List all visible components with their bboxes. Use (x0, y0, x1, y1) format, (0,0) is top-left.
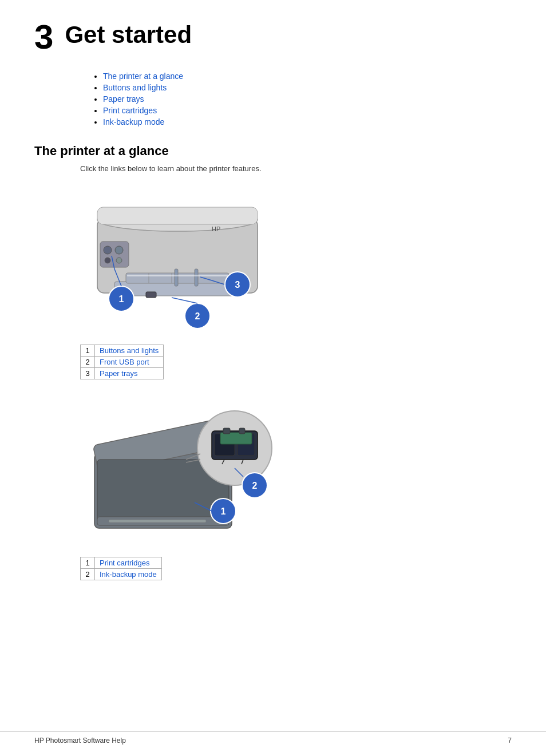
legend-bottom-link-2[interactable]: Ink-backup mode (100, 570, 157, 579)
toc-link-4[interactable]: Print cartridges (103, 106, 157, 115)
svg-rect-41 (239, 428, 245, 434)
toc-item-2: Buttons and lights (103, 83, 512, 92)
printer-top-svg: HP 1 2 3 (80, 184, 275, 339)
printer-bottom-svg: 1 2 (80, 397, 275, 551)
svg-text:3: 3 (235, 280, 240, 290)
chapter-header: 3 Get started (34, 17, 512, 54)
section-glance: The printer at a glance Click the links … (34, 144, 512, 580)
toc-link-1[interactable]: The printer at a glance (103, 72, 183, 81)
toc-item-5: Ink-backup mode (103, 117, 512, 126)
legend-bottom-label-1: Print cartridges (95, 557, 162, 569)
svg-text:1: 1 (119, 294, 124, 304)
diagram-top: HP 1 2 3 (80, 184, 512, 379)
section-glance-heading: The printer at a glance (34, 144, 512, 160)
toc-item-3: Paper trays (103, 94, 512, 104)
svg-point-8 (104, 246, 112, 254)
svg-rect-40 (223, 428, 230, 434)
footer-right: 7 (508, 737, 512, 745)
legend-bottom-label-2: Ink-backup mode (95, 569, 162, 580)
legend-table-bottom: 1 Print cartridges 2 Ink-backup mode (80, 557, 162, 580)
legend-link-2[interactable]: Front USB port (100, 358, 149, 366)
svg-text:HP: HP (212, 225, 220, 232)
svg-point-10 (105, 258, 110, 263)
chapter-title: Get started (65, 22, 192, 48)
page-container: 3 Get started The printer at a glance Bu… (0, 0, 546, 632)
svg-rect-14 (195, 269, 198, 286)
printer-top-image: HP 1 2 3 (80, 184, 275, 339)
svg-rect-13 (175, 269, 178, 286)
legend-row-3: 3 Paper trays (81, 368, 164, 379)
legend-bottom-row-1: 1 Print cartridges (81, 557, 162, 569)
toc-link-3[interactable]: Paper trays (103, 94, 144, 104)
printer-bottom-image: 1 2 (80, 397, 275, 551)
svg-rect-39 (220, 433, 252, 444)
svg-rect-7 (100, 242, 129, 267)
legend-table-top: 1 Buttons and lights 2 Front USB port 3 … (80, 345, 164, 379)
svg-text:2: 2 (195, 311, 200, 321)
legend-bottom-row-2: 2 Ink-backup mode (81, 569, 162, 580)
legend-num-3: 3 (81, 368, 95, 379)
svg-rect-2 (97, 207, 258, 224)
toc-link-5[interactable]: Ink-backup mode (103, 117, 164, 126)
legend-link-1[interactable]: Buttons and lights (100, 346, 159, 355)
toc-item-1: The printer at a glance (103, 72, 512, 81)
legend-label-1: Buttons and lights (95, 345, 164, 357)
section-glance-subtitle: Click the links below to learn about the… (80, 164, 512, 173)
legend-bottom-num-1: 1 (81, 557, 95, 569)
svg-rect-12 (146, 292, 156, 298)
svg-rect-15 (127, 275, 228, 276)
legend-link-3[interactable]: Paper trays (100, 369, 137, 378)
svg-line-23 (172, 298, 197, 303)
legend-num-1: 1 (81, 345, 95, 357)
legend-row-2: 2 Front USB port (81, 357, 164, 368)
svg-point-9 (115, 246, 123, 254)
toc-link-2[interactable]: Buttons and lights (103, 83, 167, 92)
svg-point-11 (116, 258, 122, 263)
svg-rect-32 (109, 520, 206, 523)
legend-bottom-link-1[interactable]: Print cartridges (100, 559, 149, 567)
legend-num-2: 2 (81, 357, 95, 368)
legend-label-3: Paper trays (95, 368, 164, 379)
svg-text:1: 1 (221, 506, 226, 516)
legend-bottom-num-2: 2 (81, 569, 95, 580)
legend-row-1: 1 Buttons and lights (81, 345, 164, 357)
footer-left: HP Photosmart Software Help (34, 737, 126, 745)
toc-item-4: Print cartridges (103, 106, 512, 115)
svg-text:2: 2 (252, 481, 258, 490)
diagram-bottom: 1 2 1 Print cartridges 2 (80, 397, 512, 580)
chapter-number: 3 (34, 20, 53, 54)
legend-label-2: Front USB port (95, 357, 164, 368)
toc-list: The printer at a glance Buttons and ligh… (34, 72, 512, 126)
page-footer: HP Photosmart Software Help 7 (0, 731, 546, 745)
